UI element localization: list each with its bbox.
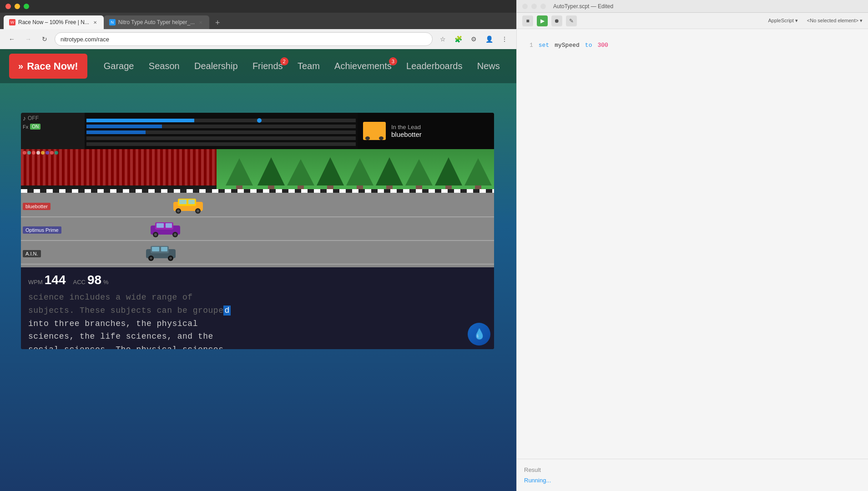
lead-car-icon — [363, 122, 386, 140]
address-text: nitrotype.com/race — [61, 36, 109, 43]
car-ain — [144, 244, 178, 263]
browser-tabs: W Race Now – 100% Free | N... ✕ N Nitro … — [0, 13, 516, 29]
autotyper-titlebar: AutoTyper.scpt — Edited — [517, 0, 868, 13]
bookmark-icon[interactable]: ☆ — [436, 33, 449, 45]
result-section: Result Running... — [517, 459, 868, 491]
code-var-name: mySpeed — [555, 42, 580, 49]
settings-icon[interactable]: ⚙ — [467, 33, 480, 45]
svg-marker-0 — [226, 158, 253, 185]
stop-button[interactable]: ■ — [522, 15, 533, 26]
svg-marker-6 — [317, 157, 344, 185]
play-button[interactable]: ▶ — [537, 15, 548, 26]
svg-point-25 — [197, 210, 199, 212]
at-close-btn[interactable] — [522, 4, 528, 9]
fx-text: Fx — [23, 124, 28, 130]
spectators-area — [21, 149, 217, 185]
achievements-badge: 3 — [389, 57, 397, 65]
car-label-optimus: Optimus Prime — [23, 226, 61, 234]
minimize-window-button[interactable] — [15, 4, 20, 9]
edit-button[interactable]: ✎ — [566, 15, 577, 26]
svg-marker-14 — [435, 157, 462, 185]
refresh-button[interactable]: ↻ — [38, 33, 51, 45]
svg-point-39 — [150, 257, 152, 260]
nav-season[interactable]: Season — [141, 57, 187, 75]
tab-close-nitrotype[interactable]: ✕ — [92, 19, 98, 25]
nitrotype-navbar: » Race Now! Garage Season Dealership Fri… — [0, 49, 516, 83]
svg-point-41 — [169, 257, 172, 260]
car-optimus — [148, 220, 182, 239]
nitro-indicator: 💧 — [468, 323, 490, 346]
wpm-group: WPM 144 — [28, 273, 66, 287]
race-now-icon: » — [18, 61, 23, 71]
lead-info: In the Lead bluebotter — [391, 124, 422, 138]
nitrotype-website: » Race Now! Garage Season Dealership Fri… — [0, 49, 516, 491]
svg-marker-10 — [376, 157, 403, 185]
browser-titlebar — [0, 0, 516, 13]
menu-icon[interactable]: ⋮ — [498, 33, 511, 45]
nav-achievements[interactable]: Achievements 3 — [327, 57, 399, 75]
current-char: d — [223, 306, 230, 316]
result-status: Running... — [524, 477, 861, 484]
back-button[interactable]: ← — [5, 33, 18, 45]
browser-chrome: W Race Now – 100% Free | N... ✕ N Nitro … — [0, 0, 516, 49]
nav-dealership[interactable]: Dealership — [187, 57, 245, 75]
svg-point-31 — [154, 233, 157, 236]
music-label: OFF — [28, 115, 39, 121]
tab-close-autotyper[interactable]: ✕ — [197, 19, 204, 25]
nitro-icon: 💧 — [473, 328, 485, 340]
close-window-button[interactable] — [5, 4, 11, 9]
maximize-window-button[interactable] — [24, 4, 29, 9]
svg-rect-37 — [161, 247, 167, 251]
remaining-text: into three branches, the physicalscience… — [28, 319, 223, 349]
tab-favicon-autotyper: N — [109, 19, 116, 25]
tab-nitrotype[interactable]: W Race Now – 100% Free | N... ✕ — [4, 15, 104, 29]
start-finish-line — [21, 189, 494, 193]
svg-marker-12 — [405, 159, 433, 185]
acc-value: 98 — [87, 273, 101, 287]
profile-icon[interactable]: 👤 — [483, 33, 495, 45]
svg-rect-29 — [166, 223, 172, 228]
extensions-icon[interactable]: 🧩 — [452, 33, 464, 45]
script-lang-select[interactable]: AppleScript ▾ — [768, 18, 798, 24]
nav-team[interactable]: Team — [290, 57, 327, 75]
race-now-button[interactable]: » Race Now! — [9, 54, 87, 79]
music-control-row: ♪ OFF — [23, 115, 40, 122]
record-button[interactable]: ⏺ — [551, 15, 562, 26]
address-bar[interactable]: nitrotype.com/race — [55, 32, 433, 46]
at-minimize-btn[interactable] — [531, 4, 537, 9]
element-select[interactable]: <No selected element> ▾ — [807, 18, 863, 24]
tab-label-nitrotype: Race Now – 100% Free | N... — [18, 19, 89, 25]
code-content: 1 set mySpeed to 300 — [524, 36, 861, 54]
audio-controls: ♪ OFF Fx ON — [23, 115, 40, 130]
tab-autotyper[interactable]: N Nitro Type Auto Typer helper_... ✕ — [104, 15, 209, 29]
acc-label: ACC — [73, 279, 86, 286]
svg-rect-28 — [156, 223, 164, 228]
progress-bars-area — [85, 113, 358, 149]
svg-marker-16 — [464, 158, 492, 185]
nav-news[interactable]: News — [470, 57, 507, 75]
svg-marker-8 — [346, 158, 373, 185]
autotyper-panel: AutoTyper.scpt — Edited ■ ▶ ⏺ ✎ AppleScr… — [516, 0, 868, 491]
music-icon: ♪ — [23, 115, 26, 122]
tab-label-autotyper: Nitro Type Auto Typer helper_... — [118, 19, 195, 25]
forward-button[interactable]: → — [22, 33, 35, 45]
acc-unit: % — [103, 279, 109, 286]
toolbar-icons: ☆ 🧩 ⚙ 👤 ⋮ — [436, 33, 511, 45]
nav-friends[interactable]: Friends 2 — [245, 57, 290, 75]
svg-rect-20 — [179, 200, 187, 204]
svg-rect-21 — [188, 200, 195, 204]
new-tab-button[interactable]: + — [211, 16, 224, 29]
nav-leaderboards[interactable]: Leaderboards — [399, 57, 469, 75]
main-browser-area: W Race Now – 100% Free | N... ✕ N Nitro … — [0, 0, 516, 491]
trees-area — [217, 149, 494, 190]
at-maximize-btn[interactable] — [540, 4, 546, 9]
typing-area: WPM 144 ACC 98 % science includes a wide… — [21, 267, 494, 349]
code-line-1: 1 set mySpeed to 300 — [530, 42, 855, 49]
tab-favicon-nitrotype: W — [9, 19, 15, 25]
car-label-bluebotter: bluebotter — [23, 203, 50, 210]
wpm-label: WPM — [28, 279, 43, 286]
stats-row: WPM 144 ACC 98 % — [28, 273, 487, 287]
nav-garage[interactable]: Garage — [96, 57, 141, 75]
car-bluebotter — [171, 196, 205, 215]
acc-group: ACC 98 % — [73, 273, 109, 287]
